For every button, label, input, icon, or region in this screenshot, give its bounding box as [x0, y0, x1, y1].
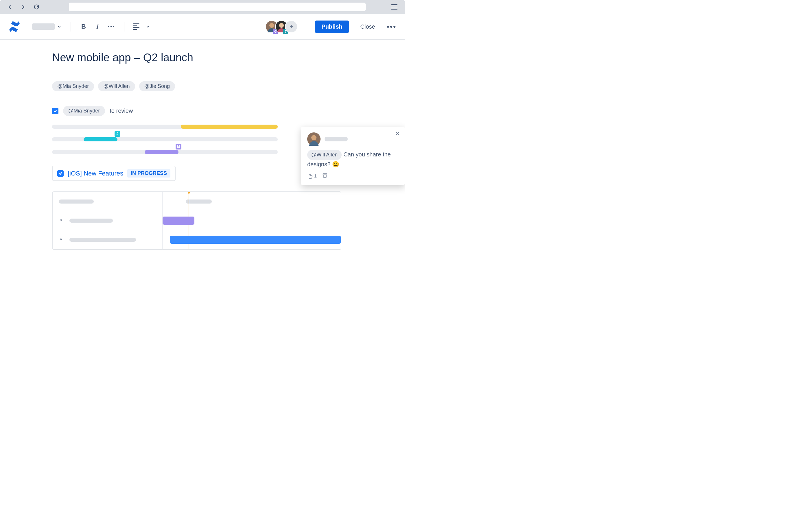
bold-button[interactable]: B: [80, 22, 88, 31]
publish-button[interactable]: Publish: [315, 20, 349, 33]
chevron-right-icon[interactable]: [59, 218, 64, 223]
row-label-placeholder: [69, 238, 136, 242]
more-actions-button[interactable]: •••: [387, 22, 396, 31]
task-row: @Mia Snyder to review: [52, 106, 405, 116]
page-body: New mobile app – Q2 launch @Mia Snyder @…: [0, 40, 405, 250]
mention-chip[interactable]: @Mia Snyder: [63, 106, 105, 116]
svg-point-3: [279, 23, 284, 28]
progress-bar-row: [52, 124, 278, 129]
browser-chrome-bar: [0, 0, 405, 14]
comment-header: [307, 132, 399, 146]
close-icon[interactable]: [394, 130, 401, 137]
toolbar-separator: [70, 22, 71, 32]
italic-button[interactable]: I: [94, 22, 101, 31]
reload-button[interactable]: [32, 3, 40, 11]
forward-button[interactable]: [19, 3, 27, 11]
task-checkbox[interactable]: [52, 108, 59, 114]
progress-bar-row: J: [52, 137, 278, 142]
collaborator-cursor: M: [176, 144, 181, 149]
page-title[interactable]: New mobile app – Q2 launch: [52, 51, 405, 64]
bar-fill: [84, 137, 117, 142]
chevron-down-icon[interactable]: [145, 24, 150, 29]
mentions-row: @Mia Snyder @Will Allen @Jie Song: [52, 81, 405, 92]
bar-fill: [145, 150, 178, 154]
url-bar[interactable]: [69, 3, 366, 11]
collaborator-cursor: J: [115, 131, 120, 137]
task-checkbox[interactable]: [57, 170, 64, 177]
comment-body: @Will AllenCan you share the designs? 😀: [307, 150, 399, 169]
roadmap-row[interactable]: [53, 211, 341, 230]
text-style-dropdown[interactable]: [32, 23, 62, 30]
column-header-placeholder: [59, 199, 94, 203]
progress-bars: J M: [52, 124, 278, 155]
mention-chip[interactable]: @Will Allen: [307, 150, 342, 160]
like-button[interactable]: 1: [307, 173, 317, 179]
comment-actions: 1: [307, 172, 399, 180]
svg-marker-4: [187, 192, 191, 194]
svg-point-1: [269, 23, 274, 28]
mention-chip[interactable]: @Mia Snyder: [52, 81, 94, 92]
add-collaborator-button[interactable]: +: [285, 20, 298, 33]
like-count: 1: [314, 173, 317, 179]
linked-issue-title: [iOS] New Features: [68, 170, 123, 177]
bar-fill: [181, 124, 278, 129]
roadmap-row[interactable]: [53, 230, 341, 249]
resolve-button[interactable]: [322, 172, 328, 180]
progress-bar-row: M: [52, 150, 278, 155]
close-button[interactable]: Close: [360, 23, 375, 30]
toolbar-separator: [124, 22, 125, 32]
roadmap-bar[interactable]: [163, 217, 194, 225]
task-text[interactable]: to review: [110, 107, 133, 114]
mention-chip[interactable]: @Jie Song: [139, 81, 175, 92]
author-name-placeholder: [325, 137, 348, 142]
comment-popover: @Will AllenCan you share the designs? 😀 …: [301, 127, 405, 185]
more-formatting-button[interactable]: •••: [107, 22, 115, 31]
row-label-placeholder: [69, 219, 113, 222]
svg-point-8: [311, 135, 317, 140]
mention-chip[interactable]: @Will Allen: [98, 81, 135, 92]
status-lozenge: IN PROGRESS: [127, 169, 171, 178]
editor-toolbar: B I ••• G J + Publish Close •••: [0, 14, 405, 40]
confluence-logo-icon: [9, 21, 20, 32]
chevron-down-icon: [57, 24, 62, 29]
linked-issue[interactable]: [iOS] New Features IN PROGRESS: [52, 166, 176, 181]
align-left-button[interactable]: [133, 23, 140, 30]
roadmap-bar[interactable]: [170, 236, 341, 244]
roadmap-header-row: [53, 192, 341, 211]
collaborator-avatars: G J +: [265, 20, 298, 33]
timeline-header-placeholder: [186, 199, 212, 203]
avatar[interactable]: [307, 132, 321, 146]
back-button[interactable]: [6, 3, 14, 11]
chevron-down-icon[interactable]: [59, 237, 64, 242]
text-style-placeholder: [32, 23, 55, 30]
roadmap-macro[interactable]: [52, 192, 341, 250]
browser-menu-button[interactable]: [391, 3, 399, 11]
